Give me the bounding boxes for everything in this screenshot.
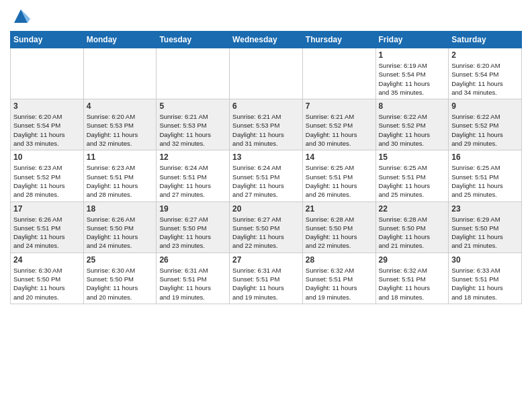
day-number: 3 bbox=[13, 101, 81, 111]
day-number: 8 bbox=[379, 101, 446, 111]
calendar-cell: 12Sunrise: 6:24 AM Sunset: 5:51 PM Dayli… bbox=[157, 150, 230, 201]
day-info: Sunrise: 6:21 AM Sunset: 5:53 PM Dayligh… bbox=[159, 112, 226, 148]
calendar-cell: 27Sunrise: 6:31 AM Sunset: 5:51 PM Dayli… bbox=[230, 253, 303, 304]
calendar-cell: 13Sunrise: 6:24 AM Sunset: 5:51 PM Dayli… bbox=[230, 150, 303, 201]
day-number: 10 bbox=[13, 152, 81, 162]
calendar-cell: 30Sunrise: 6:33 AM Sunset: 5:51 PM Dayli… bbox=[449, 253, 522, 304]
day-number: 20 bbox=[232, 204, 300, 214]
day-number: 24 bbox=[13, 255, 81, 265]
calendar-cell: 8Sunrise: 6:22 AM Sunset: 5:52 PM Daylig… bbox=[375, 99, 449, 150]
day-info: Sunrise: 6:19 AM Sunset: 5:54 PM Dayligh… bbox=[379, 61, 446, 97]
day-info: Sunrise: 6:24 AM Sunset: 5:51 PM Dayligh… bbox=[159, 163, 226, 199]
day-number: 17 bbox=[13, 204, 81, 214]
day-info: Sunrise: 6:25 AM Sunset: 5:51 PM Dayligh… bbox=[379, 163, 446, 199]
day-info: Sunrise: 6:31 AM Sunset: 5:51 PM Dayligh… bbox=[159, 266, 226, 302]
day-number: 23 bbox=[451, 204, 519, 214]
calendar-cell: 6Sunrise: 6:21 AM Sunset: 5:53 PM Daylig… bbox=[230, 99, 303, 150]
day-number: 9 bbox=[451, 101, 519, 111]
day-number: 26 bbox=[159, 255, 226, 265]
day-number: 27 bbox=[232, 255, 300, 265]
day-info: Sunrise: 6:26 AM Sunset: 5:51 PM Dayligh… bbox=[13, 215, 81, 250]
page: SundayMondayTuesdayWednesdayThursdayFrid… bbox=[0, 0, 532, 314]
day-info: Sunrise: 6:20 AM Sunset: 5:54 PM Dayligh… bbox=[451, 61, 519, 97]
day-info: Sunrise: 6:25 AM Sunset: 5:51 PM Dayligh… bbox=[451, 163, 519, 199]
day-number: 16 bbox=[451, 152, 519, 162]
weekday-header: Saturday bbox=[449, 32, 522, 48]
day-info: Sunrise: 6:22 AM Sunset: 5:52 PM Dayligh… bbox=[379, 112, 446, 148]
day-number: 11 bbox=[87, 152, 154, 162]
day-number: 29 bbox=[379, 255, 446, 265]
calendar-week-row: 3Sunrise: 6:20 AM Sunset: 5:54 PM Daylig… bbox=[11, 99, 522, 150]
calendar-cell: 1Sunrise: 6:19 AM Sunset: 5:54 PM Daylig… bbox=[375, 48, 449, 99]
calendar-cell: 26Sunrise: 6:31 AM Sunset: 5:51 PM Dayli… bbox=[157, 253, 230, 304]
day-number: 12 bbox=[159, 152, 226, 162]
day-number: 2 bbox=[451, 50, 519, 60]
day-info: Sunrise: 6:20 AM Sunset: 5:54 PM Dayligh… bbox=[13, 112, 81, 148]
calendar-cell: 18Sunrise: 6:26 AM Sunset: 5:50 PM Dayli… bbox=[83, 201, 157, 253]
calendar-cell: 3Sunrise: 6:20 AM Sunset: 5:54 PM Daylig… bbox=[11, 99, 84, 150]
calendar-header-row: SundayMondayTuesdayWednesdayThursdayFrid… bbox=[11, 32, 522, 48]
day-info: Sunrise: 6:21 AM Sunset: 5:52 PM Dayligh… bbox=[306, 112, 373, 148]
day-info: Sunrise: 6:20 AM Sunset: 5:53 PM Dayligh… bbox=[87, 112, 154, 148]
day-info: Sunrise: 6:30 AM Sunset: 5:50 PM Dayligh… bbox=[87, 266, 154, 302]
day-info: Sunrise: 6:32 AM Sunset: 5:51 PM Dayligh… bbox=[379, 266, 446, 302]
day-number: 7 bbox=[306, 101, 373, 111]
weekday-header: Tuesday bbox=[157, 32, 230, 48]
day-number: 14 bbox=[306, 152, 373, 162]
calendar-cell: 10Sunrise: 6:23 AM Sunset: 5:52 PM Dayli… bbox=[11, 150, 84, 201]
calendar-cell: 5Sunrise: 6:21 AM Sunset: 5:53 PM Daylig… bbox=[157, 99, 230, 150]
calendar-table: SundayMondayTuesdayWednesdayThursdayFrid… bbox=[10, 31, 522, 304]
calendar-cell: 4Sunrise: 6:20 AM Sunset: 5:53 PM Daylig… bbox=[83, 99, 157, 150]
calendar-cell: 15Sunrise: 6:25 AM Sunset: 5:51 PM Dayli… bbox=[375, 150, 449, 201]
weekday-header: Sunday bbox=[11, 32, 84, 48]
day-number: 22 bbox=[379, 204, 446, 214]
calendar-cell: 29Sunrise: 6:32 AM Sunset: 5:51 PM Dayli… bbox=[375, 253, 449, 304]
day-info: Sunrise: 6:28 AM Sunset: 5:50 PM Dayligh… bbox=[306, 215, 373, 250]
calendar-cell: 9Sunrise: 6:22 AM Sunset: 5:52 PM Daylig… bbox=[449, 99, 522, 150]
calendar-cell bbox=[302, 48, 375, 99]
day-number: 30 bbox=[451, 255, 519, 265]
calendar-cell: 14Sunrise: 6:25 AM Sunset: 5:51 PM Dayli… bbox=[302, 150, 375, 201]
calendar-week-row: 17Sunrise: 6:26 AM Sunset: 5:51 PM Dayli… bbox=[11, 201, 522, 253]
calendar-cell bbox=[230, 48, 303, 99]
calendar-cell: 22Sunrise: 6:28 AM Sunset: 5:50 PM Dayli… bbox=[375, 201, 449, 253]
header bbox=[10, 7, 522, 26]
calendar-cell: 11Sunrise: 6:23 AM Sunset: 5:51 PM Dayli… bbox=[83, 150, 157, 201]
day-number: 21 bbox=[306, 204, 373, 214]
calendar-cell: 7Sunrise: 6:21 AM Sunset: 5:52 PM Daylig… bbox=[302, 99, 375, 150]
calendar-cell: 23Sunrise: 6:29 AM Sunset: 5:50 PM Dayli… bbox=[449, 201, 522, 253]
logo-icon bbox=[11, 7, 30, 26]
day-info: Sunrise: 6:23 AM Sunset: 5:51 PM Dayligh… bbox=[87, 163, 154, 199]
weekday-header: Friday bbox=[375, 32, 449, 48]
day-info: Sunrise: 6:32 AM Sunset: 5:51 PM Dayligh… bbox=[306, 266, 373, 302]
weekday-header: Wednesday bbox=[230, 32, 303, 48]
calendar-cell: 21Sunrise: 6:28 AM Sunset: 5:50 PM Dayli… bbox=[302, 201, 375, 253]
calendar-cell: 19Sunrise: 6:27 AM Sunset: 5:50 PM Dayli… bbox=[157, 201, 230, 253]
day-number: 4 bbox=[87, 101, 154, 111]
day-info: Sunrise: 6:26 AM Sunset: 5:50 PM Dayligh… bbox=[87, 215, 154, 250]
day-info: Sunrise: 6:25 AM Sunset: 5:51 PM Dayligh… bbox=[306, 163, 373, 199]
calendar-cell bbox=[157, 48, 230, 99]
calendar-cell: 28Sunrise: 6:32 AM Sunset: 5:51 PM Dayli… bbox=[302, 253, 375, 304]
day-info: Sunrise: 6:22 AM Sunset: 5:52 PM Dayligh… bbox=[451, 112, 519, 148]
day-info: Sunrise: 6:27 AM Sunset: 5:50 PM Dayligh… bbox=[232, 215, 300, 250]
day-number: 28 bbox=[306, 255, 373, 265]
day-info: Sunrise: 6:27 AM Sunset: 5:50 PM Dayligh… bbox=[159, 215, 226, 250]
calendar-cell: 17Sunrise: 6:26 AM Sunset: 5:51 PM Dayli… bbox=[11, 201, 84, 253]
day-number: 5 bbox=[159, 101, 226, 111]
day-number: 25 bbox=[87, 255, 154, 265]
day-info: Sunrise: 6:33 AM Sunset: 5:51 PM Dayligh… bbox=[451, 266, 519, 302]
day-info: Sunrise: 6:30 AM Sunset: 5:50 PM Dayligh… bbox=[13, 266, 81, 302]
calendar-cell: 25Sunrise: 6:30 AM Sunset: 5:50 PM Dayli… bbox=[83, 253, 157, 304]
day-number: 13 bbox=[232, 152, 300, 162]
day-number: 19 bbox=[159, 204, 226, 214]
calendar-week-row: 24Sunrise: 6:30 AM Sunset: 5:50 PM Dayli… bbox=[11, 253, 522, 304]
calendar-week-row: 10Sunrise: 6:23 AM Sunset: 5:52 PM Dayli… bbox=[11, 150, 522, 201]
calendar-cell: 16Sunrise: 6:25 AM Sunset: 5:51 PM Dayli… bbox=[449, 150, 522, 201]
weekday-header: Thursday bbox=[302, 32, 375, 48]
calendar-week-row: 1Sunrise: 6:19 AM Sunset: 5:54 PM Daylig… bbox=[11, 48, 522, 99]
calendar-cell: 2Sunrise: 6:20 AM Sunset: 5:54 PM Daylig… bbox=[449, 48, 522, 99]
weekday-header: Monday bbox=[83, 32, 157, 48]
day-info: Sunrise: 6:24 AM Sunset: 5:51 PM Dayligh… bbox=[232, 163, 300, 199]
day-number: 18 bbox=[87, 204, 154, 214]
